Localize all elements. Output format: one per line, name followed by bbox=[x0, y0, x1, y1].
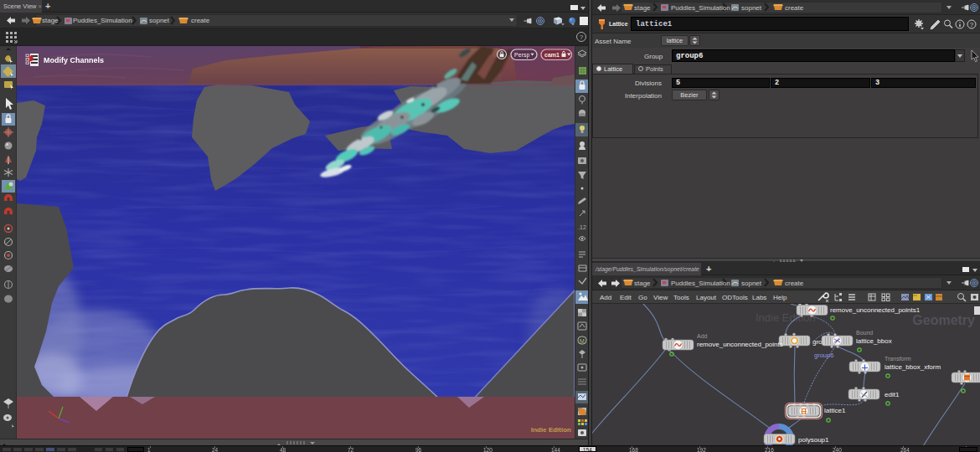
svg-text:Modify Channels: Modify Channels bbox=[44, 56, 104, 64]
svg-text:.12: .12 bbox=[578, 224, 586, 230]
svg-text:Persp: Persp bbox=[514, 52, 529, 59]
svg-text:?: ? bbox=[580, 33, 584, 41]
svg-text:gro: gro bbox=[812, 338, 823, 346]
svg-text:lattice1: lattice1 bbox=[824, 407, 846, 414]
svg-text:?: ? bbox=[970, 21, 974, 28]
svg-text:Transform: Transform bbox=[885, 356, 911, 362]
svg-text:M: M bbox=[580, 338, 585, 344]
svg-text:Geometry: Geometry bbox=[912, 313, 975, 327]
svg-text:edit1: edit1 bbox=[885, 391, 900, 398]
svg-text:cam1: cam1 bbox=[544, 52, 560, 58]
svg-text:lattice_bbox_xform: lattice_bbox_xform bbox=[885, 363, 941, 371]
svg-text:remove_unconnected_points: remove_unconnected_points bbox=[697, 341, 783, 348]
svg-text:Add: Add bbox=[697, 333, 708, 339]
svg-text:Bound: Bound bbox=[856, 330, 873, 336]
svg-text:polysoup1: polysoup1 bbox=[798, 436, 829, 444]
svg-text:group6: group6 bbox=[814, 352, 833, 359]
svg-text:Indie Edition: Indie Edition bbox=[531, 426, 571, 434]
svg-text:lattice_bbox: lattice_bbox bbox=[856, 337, 892, 345]
svg-text:remove_unconnected_points1: remove_unconnected_points1 bbox=[830, 306, 921, 314]
